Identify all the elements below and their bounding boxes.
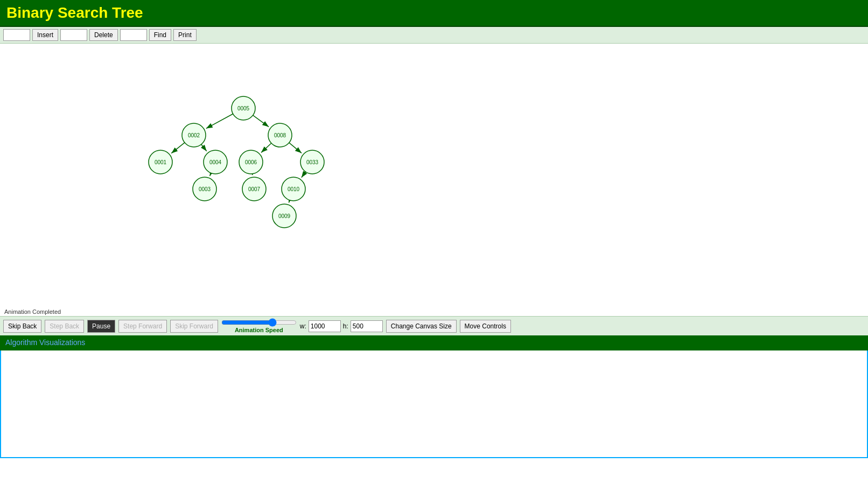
svg-text:0004: 0004 bbox=[209, 159, 222, 165]
canvas-area: 0005000200080001000400060033000300070010… bbox=[0, 44, 868, 307]
svg-line-9 bbox=[302, 172, 305, 178]
delete-button[interactable]: Delete bbox=[89, 29, 118, 41]
svg-text:0003: 0003 bbox=[199, 186, 211, 192]
height-input[interactable] bbox=[351, 320, 383, 332]
status-message: Animation Completed bbox=[4, 308, 61, 315]
toolbar: Insert Delete Find Print bbox=[0, 27, 868, 44]
change-canvas-button[interactable]: Change Canvas Size bbox=[386, 320, 457, 333]
svg-text:0005: 0005 bbox=[237, 106, 250, 111]
step-back-button[interactable]: Step Back bbox=[45, 320, 84, 333]
control-bar: Skip Back Step Back Pause Step Forward S… bbox=[0, 316, 868, 335]
svg-text:0006: 0006 bbox=[245, 159, 257, 165]
step-forward-button[interactable]: Step Forward bbox=[118, 320, 167, 333]
svg-text:0007: 0007 bbox=[248, 186, 261, 192]
footer: Algorithm Visualizations bbox=[0, 335, 868, 350]
speed-slider-container: Animation Speed bbox=[221, 319, 297, 333]
header: Binary Search Tree bbox=[0, 0, 868, 27]
find-input[interactable] bbox=[120, 29, 147, 41]
status-bar: Animation Completed bbox=[0, 307, 868, 316]
svg-line-2 bbox=[253, 115, 269, 127]
canvas-size-inputs: w: h: bbox=[300, 320, 383, 332]
svg-line-1 bbox=[206, 114, 233, 129]
print-button[interactable]: Print bbox=[173, 29, 197, 41]
insert-button[interactable]: Insert bbox=[32, 29, 58, 41]
insert-input[interactable] bbox=[3, 29, 30, 41]
tree-visualization: 0005000200080001000400060033000300070010… bbox=[0, 44, 868, 307]
bottom-area bbox=[0, 350, 868, 458]
svg-text:0002: 0002 bbox=[188, 132, 200, 138]
width-label: w: bbox=[300, 322, 306, 330]
svg-line-5 bbox=[261, 143, 271, 152]
page-title: Binary Search Tree bbox=[6, 4, 862, 22]
pause-button[interactable]: Pause bbox=[87, 320, 115, 333]
footer-link[interactable]: Algorithm Visualizations bbox=[5, 338, 85, 347]
skip-back-button[interactable]: Skip Back bbox=[3, 320, 41, 333]
svg-text:0008: 0008 bbox=[274, 132, 286, 138]
svg-text:0001: 0001 bbox=[155, 159, 167, 165]
move-controls-button[interactable]: Move Controls bbox=[460, 320, 511, 333]
svg-line-6 bbox=[289, 143, 302, 153]
speed-slider[interactable] bbox=[221, 319, 297, 326]
svg-text:0010: 0010 bbox=[288, 186, 300, 192]
svg-line-3 bbox=[171, 143, 185, 153]
svg-text:0009: 0009 bbox=[278, 213, 291, 219]
delete-input[interactable] bbox=[60, 29, 87, 41]
svg-line-7 bbox=[210, 173, 211, 176]
height-label: h: bbox=[343, 322, 348, 330]
width-input[interactable] bbox=[309, 320, 341, 332]
svg-line-4 bbox=[201, 144, 207, 151]
skip-forward-button[interactable]: Skip Forward bbox=[170, 320, 218, 333]
animation-speed-label: Animation Speed bbox=[235, 327, 283, 333]
find-button[interactable]: Find bbox=[149, 29, 171, 41]
svg-text:0033: 0033 bbox=[306, 159, 319, 165]
